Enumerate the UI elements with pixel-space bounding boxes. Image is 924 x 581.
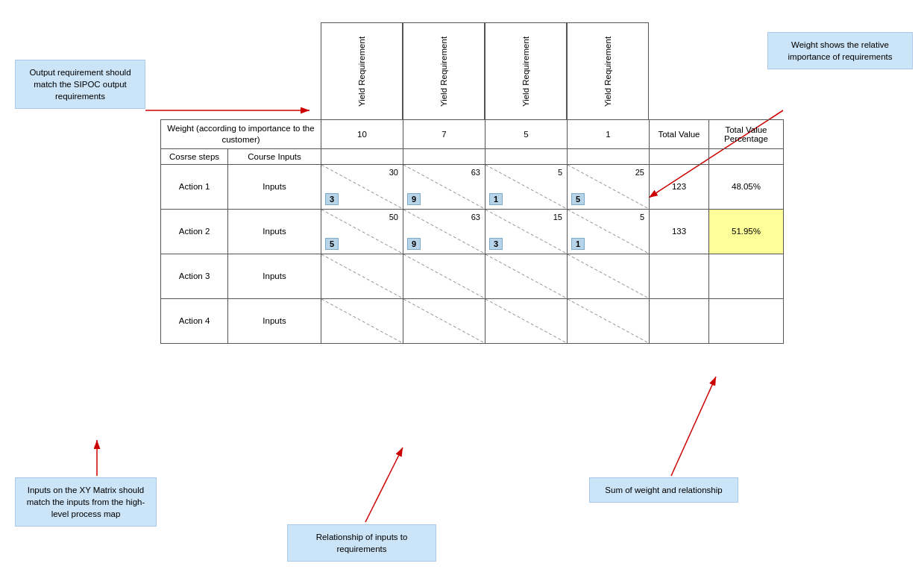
header-row: Cosrse steps Course Inputs: [161, 148, 784, 164]
svg-line-15: [403, 254, 485, 298]
annotation-weight-importance: Weight shows the relative importance of …: [767, 32, 913, 69]
cell-action1-req3-top: 5: [558, 168, 562, 177]
total-action1: 123: [650, 164, 709, 209]
pct-action3: [709, 254, 784, 298]
annotation-output-text: Output requirement should match the SIPO…: [29, 68, 131, 101]
svg-line-18: [321, 299, 403, 343]
cell-action3-req3: [485, 254, 568, 298]
cell-action1-req2-top: 63: [471, 168, 480, 177]
col-header-2: Yield Requirement: [403, 22, 485, 119]
cell-action1-req1: 30 3: [321, 164, 403, 209]
cell-action1-req4-top: 25: [635, 168, 644, 177]
cell-action3-req2: [403, 254, 485, 298]
cell-action2-req2-badge: 9: [407, 238, 421, 250]
cell-action2-req3-badge: 3: [489, 238, 503, 250]
cell-action1-req4-badge: 5: [571, 193, 585, 205]
cell-action4-req4: [568, 298, 650, 343]
svg-line-5: [671, 377, 716, 476]
svg-line-21: [568, 299, 649, 343]
matrix-container: Yield Requirement Yield Requirement Yiel…: [160, 22, 784, 344]
cell-action2-req1: 50 5: [321, 209, 403, 254]
annotation-weight-text: Weight shows the relative importance of …: [788, 40, 893, 61]
total-action3: [650, 254, 709, 298]
cell-action3-req4: [568, 254, 650, 298]
cell-action4-req2: [403, 298, 485, 343]
weight-label-cell: Weight (according to importance to the c…: [161, 120, 321, 149]
cell-action2-req3: 15 3: [485, 209, 568, 254]
col-header-total-spacer: [649, 22, 708, 119]
pct-action1: 48.05%: [709, 164, 784, 209]
weight-val-1: 10: [321, 120, 403, 149]
pct-action2: 51.95%: [709, 209, 784, 254]
cell-action2-req1-badge: 5: [325, 238, 339, 250]
annotation-inputs-text: Inputs on the XY Matrix should match the…: [27, 486, 145, 518]
step-header: Cosrse steps: [161, 148, 228, 164]
total-value-pct-label: Total Value Percentage: [709, 120, 784, 149]
weight-val-4: 1: [568, 120, 650, 149]
page-container: Output requirement should match the SIPO…: [0, 0, 924, 581]
cell-action1-req3-badge: 1: [489, 193, 503, 205]
total-action2: 133: [650, 209, 709, 254]
step-action4: Action 4: [161, 298, 228, 343]
total-col-header: [650, 148, 709, 164]
cell-action2-req4: 5 1: [568, 209, 650, 254]
cell-action2-req4-top: 5: [640, 213, 644, 222]
input-action3: Inputs: [228, 254, 321, 298]
col-header-4: Yield Requirement: [567, 22, 649, 119]
cell-action1-req3: 5 1: [485, 164, 568, 209]
weight-row: Weight (according to importance to the c…: [161, 120, 784, 149]
annotation-inputs-map: Inputs on the XY Matrix should match the…: [15, 477, 157, 527]
cell-action2-req2-top: 63: [471, 213, 480, 222]
cell-action4-req1: [321, 298, 403, 343]
cell-action4-req3: [485, 298, 568, 343]
input-header: Course Inputs: [228, 148, 321, 164]
cell-action1-req1-badge: 3: [325, 193, 339, 205]
xy-matrix-table: Weight (according to importance to the c…: [160, 119, 784, 344]
cell-action2-req4-badge: 1: [571, 238, 585, 250]
annotation-sum-text: Sum of weight and relationship: [605, 486, 722, 494]
annotation-relationship-text: Relationship of inputs to requirements: [316, 533, 408, 553]
req-col3-header: [485, 148, 568, 164]
cell-action2-req1-top: 50: [389, 213, 398, 222]
step-action2: Action 2: [161, 209, 228, 254]
input-action2: Inputs: [228, 209, 321, 254]
col-header-3: Yield Requirement: [485, 22, 567, 119]
input-action1: Inputs: [228, 164, 321, 209]
col-header-1: Yield Requirement: [321, 22, 403, 119]
req-col1-header: [321, 148, 403, 164]
svg-line-14: [321, 254, 403, 298]
cell-action2-req3-top: 15: [553, 213, 562, 222]
annotation-output-requirement: Output requirement should match the SIPO…: [15, 60, 145, 109]
weight-val-3: 5: [485, 120, 568, 149]
svg-line-19: [403, 299, 485, 343]
total-action4: [650, 298, 709, 343]
pct-col-header: [709, 148, 784, 164]
step-action3: Action 3: [161, 254, 228, 298]
table-row: Action 3 Inputs: [161, 254, 784, 298]
cell-action1-req4: 25 5: [568, 164, 650, 209]
total-value-label: Total Value: [650, 120, 709, 149]
req-col2-header: [403, 148, 485, 164]
table-row: Action 1 Inputs 30 3 63 9: [161, 164, 784, 209]
weight-val-2: 7: [403, 120, 485, 149]
cell-action3-req1: [321, 254, 403, 298]
annotation-sum-weight: Sum of weight and relationship: [589, 477, 738, 503]
cell-action1-req1-top: 30: [389, 168, 398, 177]
table-row: Action 2 Inputs 50 5 63 9: [161, 209, 784, 254]
svg-line-17: [568, 254, 649, 298]
cell-action1-req2-badge: 9: [407, 193, 421, 205]
cell-action2-req2: 63 9: [403, 209, 485, 254]
svg-line-4: [365, 447, 403, 522]
pct-action4: [709, 298, 784, 343]
table-row: Action 4 Inputs: [161, 298, 784, 343]
svg-line-16: [485, 254, 567, 298]
step-action1: Action 1: [161, 164, 228, 209]
input-action4: Inputs: [228, 298, 321, 343]
annotation-relationship: Relationship of inputs to requirements: [287, 524, 436, 562]
cell-action1-req2: 63 9: [403, 164, 485, 209]
svg-line-20: [485, 299, 567, 343]
column-headers-row: Yield Requirement Yield Requirement Yiel…: [321, 22, 784, 119]
req-col4-header: [568, 148, 650, 164]
col-header-pct-spacer: [708, 22, 783, 119]
